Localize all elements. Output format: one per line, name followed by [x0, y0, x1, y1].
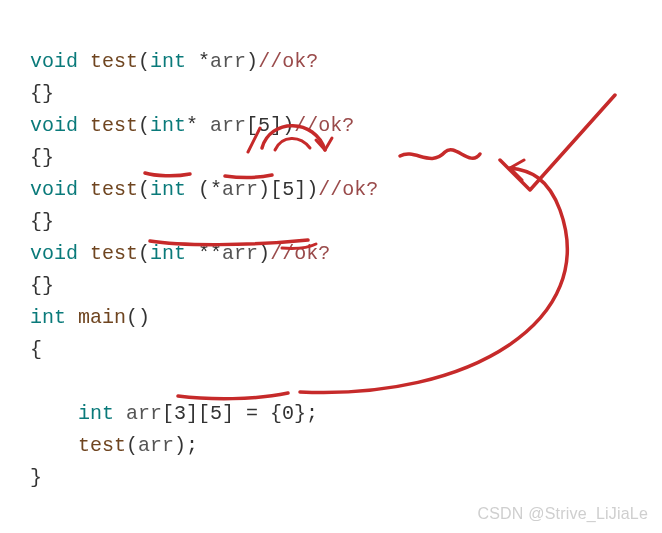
keyword-void: void: [30, 114, 78, 137]
paren-open: (: [138, 50, 150, 73]
ident-arr: arr: [114, 402, 162, 425]
watermark: CSDN @Strive_LiJiaLe: [477, 505, 648, 523]
code-line-14: }: [30, 466, 42, 489]
code-line-4: {}: [30, 146, 54, 169]
code-line-9: int main(): [30, 306, 150, 329]
array-size: [5]: [246, 114, 282, 137]
comment: //ok?: [318, 178, 378, 201]
code-line-10: {: [30, 338, 42, 361]
keyword-int: int: [150, 242, 186, 265]
func-test: test: [90, 114, 138, 137]
code-line-13: test(arr);: [30, 434, 198, 457]
code-line-6: {}: [30, 210, 54, 233]
keyword-void: void: [30, 178, 78, 201]
array-size: [5]: [270, 178, 306, 201]
paren-close: ): [246, 50, 258, 73]
comment: //ok?: [294, 114, 354, 137]
ident-arr: arr: [138, 434, 174, 457]
keyword-int: int: [150, 178, 186, 201]
pointer: *: [186, 114, 210, 137]
func-main: main: [78, 306, 126, 329]
code-line-5: void test(int (*arr)[5])//ok?: [30, 178, 378, 201]
keyword-void: void: [30, 50, 78, 73]
ident-arr: arr: [222, 242, 258, 265]
func-test: test: [90, 50, 138, 73]
ident-arr: arr: [222, 178, 258, 201]
double-pointer: **: [186, 242, 222, 265]
code-line-8: {}: [30, 274, 54, 297]
func-test: test: [90, 242, 138, 265]
func-test-call: test: [78, 434, 126, 457]
array-dims: [3][5]: [162, 402, 234, 425]
code-line-1: void test(int *arr)//ok?: [30, 50, 318, 73]
keyword-int: int: [30, 306, 66, 329]
comment: //ok?: [270, 242, 330, 265]
keyword-int: int: [150, 50, 186, 73]
code-line-2: {}: [30, 82, 54, 105]
pointer: *: [186, 50, 210, 73]
keyword-int: int: [78, 402, 114, 425]
func-test: test: [90, 178, 138, 201]
ident-arr: arr: [210, 114, 246, 137]
code-line-12: int arr[3][5] = {0};: [30, 402, 318, 425]
code-line-7: void test(int **arr)//ok?: [30, 242, 330, 265]
ident-arr: arr: [210, 50, 246, 73]
keyword-int: int: [150, 114, 186, 137]
comment: //ok?: [258, 50, 318, 73]
keyword-void: void: [30, 242, 78, 265]
code-block: void test(int *arr)//ok? {} void test(in…: [0, 0, 662, 494]
code-line-3: void test(int* arr[5])//ok?: [30, 114, 354, 137]
